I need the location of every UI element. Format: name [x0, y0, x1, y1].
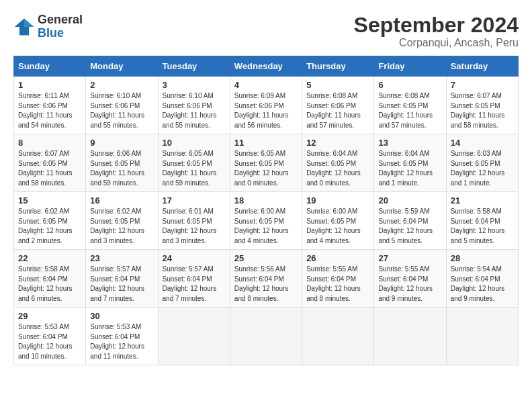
day-info: Sunrise: 6:02 AM Sunset: 6:05 PM Dayligh… [18, 207, 81, 246]
calendar-cell: 17Sunrise: 6:01 AM Sunset: 6:05 PM Dayli… [158, 192, 230, 250]
day-number: 3 [163, 80, 226, 90]
day-number: 2 [90, 80, 153, 90]
calendar-cell: 29Sunrise: 5:53 AM Sunset: 6:04 PM Dayli… [14, 308, 86, 365]
calendar-cell: 16Sunrise: 6:02 AM Sunset: 6:05 PM Dayli… [86, 192, 158, 250]
day-info: Sunrise: 6:01 AM Sunset: 6:05 PM Dayligh… [163, 207, 226, 246]
calendar-cell: 19Sunrise: 6:00 AM Sunset: 6:05 PM Dayli… [302, 192, 374, 250]
calendar-cell: 3Sunrise: 6:10 AM Sunset: 6:06 PM Daylig… [158, 77, 230, 134]
svg-marker-1 [24, 18, 34, 26]
calendar-cell: 18Sunrise: 6:00 AM Sunset: 6:05 PM Dayli… [230, 192, 302, 250]
day-info: Sunrise: 6:00 AM Sunset: 6:05 PM Dayligh… [234, 207, 298, 246]
day-number: 20 [378, 195, 441, 205]
day-number: 22 [18, 253, 81, 263]
day-number: 30 [90, 311, 153, 321]
calendar-cell: 24Sunrise: 5:57 AM Sunset: 6:04 PM Dayli… [158, 250, 230, 308]
calendar-cell [446, 308, 518, 365]
logo-blue-text: Blue [38, 27, 83, 40]
day-info: Sunrise: 5:54 AM Sunset: 6:04 PM Dayligh… [451, 265, 514, 304]
day-number: 7 [451, 80, 514, 90]
day-number: 18 [234, 195, 298, 205]
day-number: 27 [378, 253, 441, 263]
calendar-cell: 12Sunrise: 6:04 AM Sunset: 6:05 PM Dayli… [302, 134, 374, 192]
day-number: 16 [90, 195, 153, 205]
day-info: Sunrise: 6:11 AM Sunset: 6:06 PM Dayligh… [18, 91, 81, 130]
day-number: 29 [18, 311, 81, 321]
day-number: 15 [18, 195, 81, 205]
calendar-cell [230, 308, 302, 365]
calendar-cell [374, 308, 446, 365]
day-info: Sunrise: 5:59 AM Sunset: 6:04 PM Dayligh… [378, 207, 441, 246]
calendar-table: SundayMondayTuesdayWednesdayThursdayFrid… [13, 56, 519, 365]
day-number: 11 [234, 138, 298, 148]
calendar-cell: 5Sunrise: 6:08 AM Sunset: 6:06 PM Daylig… [302, 77, 374, 134]
calendar-title: September 2024 [354, 13, 519, 37]
day-info: Sunrise: 6:04 AM Sunset: 6:05 PM Dayligh… [378, 149, 441, 188]
day-info: Sunrise: 6:08 AM Sunset: 6:05 PM Dayligh… [378, 91, 441, 130]
day-number: 21 [451, 195, 514, 205]
calendar-cell: 22Sunrise: 5:58 AM Sunset: 6:04 PM Dayli… [14, 250, 86, 308]
day-info: Sunrise: 5:58 AM Sunset: 6:04 PM Dayligh… [18, 265, 81, 304]
day-info: Sunrise: 6:03 AM Sunset: 6:05 PM Dayligh… [451, 149, 514, 188]
day-number: 17 [163, 195, 226, 205]
calendar-cell: 30Sunrise: 5:53 AM Sunset: 6:04 PM Dayli… [86, 308, 158, 365]
day-header-saturday: Saturday [446, 56, 518, 77]
day-info: Sunrise: 6:05 AM Sunset: 6:05 PM Dayligh… [234, 149, 298, 188]
day-number: 5 [306, 80, 369, 90]
day-info: Sunrise: 5:55 AM Sunset: 6:04 PM Dayligh… [378, 265, 441, 304]
day-number: 9 [90, 138, 153, 148]
calendar-cell: 25Sunrise: 5:56 AM Sunset: 6:04 PM Dayli… [230, 250, 302, 308]
calendar-body: 1Sunrise: 6:11 AM Sunset: 6:06 PM Daylig… [14, 77, 519, 365]
calendar-cell: 20Sunrise: 5:59 AM Sunset: 6:04 PM Dayli… [374, 192, 446, 250]
day-header-tuesday: Tuesday [158, 56, 230, 77]
calendar-cell: 28Sunrise: 5:54 AM Sunset: 6:04 PM Dayli… [446, 250, 518, 308]
calendar-cell: 4Sunrise: 6:09 AM Sunset: 6:06 PM Daylig… [230, 77, 302, 134]
day-info: Sunrise: 6:04 AM Sunset: 6:05 PM Dayligh… [306, 149, 369, 188]
calendar-cell: 6Sunrise: 6:08 AM Sunset: 6:05 PM Daylig… [374, 77, 446, 134]
day-header-thursday: Thursday [302, 56, 374, 77]
calendar-cell [158, 308, 230, 365]
day-number: 23 [90, 253, 153, 263]
day-header-friday: Friday [374, 56, 446, 77]
calendar-week-3: 15Sunrise: 6:02 AM Sunset: 6:05 PM Dayli… [14, 192, 519, 250]
day-info: Sunrise: 6:08 AM Sunset: 6:06 PM Dayligh… [306, 91, 369, 130]
day-number: 12 [306, 138, 369, 148]
calendar-header: SundayMondayTuesdayWednesdayThursdayFrid… [14, 56, 519, 77]
calendar-cell [302, 308, 374, 365]
logo: General Blue [13, 13, 83, 40]
calendar-cell: 1Sunrise: 6:11 AM Sunset: 6:06 PM Daylig… [14, 77, 86, 134]
calendar-cell: 15Sunrise: 6:02 AM Sunset: 6:05 PM Dayli… [14, 192, 86, 250]
day-number: 26 [306, 253, 369, 263]
day-number: 14 [451, 138, 514, 148]
day-info: Sunrise: 6:10 AM Sunset: 6:06 PM Dayligh… [163, 91, 226, 130]
day-info: Sunrise: 5:56 AM Sunset: 6:04 PM Dayligh… [234, 265, 298, 304]
calendar-subtitle: Corpanqui, Ancash, Peru [354, 37, 519, 49]
calendar-cell: 26Sunrise: 5:55 AM Sunset: 6:04 PM Dayli… [302, 250, 374, 308]
day-info: Sunrise: 6:07 AM Sunset: 6:05 PM Dayligh… [18, 149, 81, 188]
calendar-week-1: 1Sunrise: 6:11 AM Sunset: 6:06 PM Daylig… [14, 77, 519, 134]
calendar-cell: 7Sunrise: 6:07 AM Sunset: 6:05 PM Daylig… [446, 77, 518, 134]
calendar-cell: 11Sunrise: 6:05 AM Sunset: 6:05 PM Dayli… [230, 134, 302, 192]
day-info: Sunrise: 6:06 AM Sunset: 6:05 PM Dayligh… [90, 149, 153, 188]
day-info: Sunrise: 5:58 AM Sunset: 6:04 PM Dayligh… [451, 207, 514, 246]
page-header: General Blue September 2024 Corpanqui, A… [13, 13, 519, 49]
calendar-week-2: 8Sunrise: 6:07 AM Sunset: 6:05 PM Daylig… [14, 134, 519, 192]
day-info: Sunrise: 5:57 AM Sunset: 6:04 PM Dayligh… [90, 265, 153, 304]
day-number: 13 [378, 138, 441, 148]
calendar-cell: 13Sunrise: 6:04 AM Sunset: 6:05 PM Dayli… [374, 134, 446, 192]
day-number: 25 [234, 253, 298, 263]
calendar-week-4: 22Sunrise: 5:58 AM Sunset: 6:04 PM Dayli… [14, 250, 519, 308]
day-number: 24 [163, 253, 226, 263]
title-block: September 2024 Corpanqui, Ancash, Peru [354, 13, 519, 49]
day-number: 4 [234, 80, 298, 90]
calendar-cell: 10Sunrise: 6:05 AM Sunset: 6:05 PM Dayli… [158, 134, 230, 192]
day-info: Sunrise: 6:05 AM Sunset: 6:05 PM Dayligh… [163, 149, 226, 188]
calendar-cell: 23Sunrise: 5:57 AM Sunset: 6:04 PM Dayli… [86, 250, 158, 308]
day-number: 8 [18, 138, 81, 148]
calendar-cell: 2Sunrise: 6:10 AM Sunset: 6:06 PM Daylig… [86, 77, 158, 134]
calendar-cell: 9Sunrise: 6:06 AM Sunset: 6:05 PM Daylig… [86, 134, 158, 192]
calendar-cell: 21Sunrise: 5:58 AM Sunset: 6:04 PM Dayli… [446, 192, 518, 250]
day-number: 28 [451, 253, 514, 263]
logo-icon [13, 16, 35, 38]
calendar-cell: 27Sunrise: 5:55 AM Sunset: 6:04 PM Dayli… [374, 250, 446, 308]
day-info: Sunrise: 5:53 AM Sunset: 6:04 PM Dayligh… [18, 322, 81, 361]
